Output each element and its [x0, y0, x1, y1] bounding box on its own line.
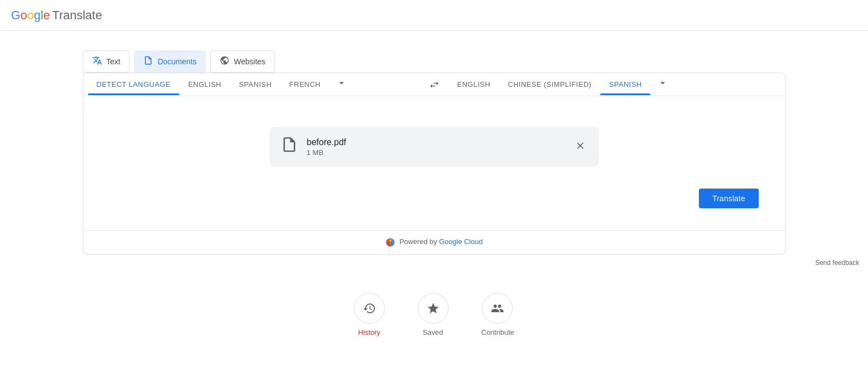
lang-chinese-target[interactable]: CHINESE (SIMPLIFIED): [499, 74, 600, 95]
translator-box: DETECT LANGUAGE ENGLISH SPANISH FRENCH E…: [83, 73, 786, 255]
logo-google-text: Google: [11, 8, 50, 23]
contribute-label: Contribute: [481, 328, 514, 336]
mode-tabs-wrapper: Text Documents Websites: [83, 42, 786, 73]
source-language-section: DETECT LANGUAGE ENGLISH SPANISH FRENCH: [83, 73, 424, 96]
file-name: before.pdf: [307, 137, 564, 147]
lang-detect[interactable]: DETECT LANGUAGE: [88, 74, 180, 95]
google-translate-logo[interactable]: Google Translate: [11, 8, 102, 23]
file-card: before.pdf 1 MB: [270, 127, 599, 167]
header: Google Translate: [0, 0, 868, 31]
tab-text-label: Text: [107, 57, 121, 66]
send-feedback: Send feedback: [0, 255, 868, 271]
tab-text[interactable]: Text: [83, 51, 130, 73]
contribute-button[interactable]: Contribute: [481, 293, 514, 336]
language-bar: DETECT LANGUAGE ENGLISH SPANISH FRENCH E…: [83, 73, 785, 96]
file-remove-button[interactable]: [573, 138, 588, 156]
send-feedback-text[interactable]: Send feedback: [815, 259, 859, 267]
saved-icon-circle: [418, 293, 449, 324]
lang-spanish-source[interactable]: SPANISH: [230, 74, 281, 95]
history-icon-circle: [354, 293, 385, 324]
powered-by-prefix: Powered by: [399, 237, 439, 246]
contribute-icon-circle: [482, 293, 513, 324]
history-button[interactable]: History: [354, 293, 385, 336]
saved-button[interactable]: Saved: [418, 293, 449, 336]
powered-by: Powered by Google Cloud: [83, 230, 785, 254]
globe-icon: [220, 56, 229, 68]
file-size: 1 MB: [307, 148, 564, 157]
tab-documents-label: Documents: [158, 57, 197, 66]
target-language-section: ENGLISH CHINESE (SIMPLIFIED) SPANISH: [444, 73, 785, 96]
translate-icon: [92, 56, 102, 68]
source-lang-dropdown[interactable]: [329, 73, 354, 96]
bottom-actions: History Saved Contribute: [354, 293, 514, 336]
translate-button[interactable]: Translate: [699, 189, 758, 208]
mode-tabs: Text Documents Websites: [83, 51, 275, 73]
google-cloud-link[interactable]: Google Cloud: [439, 237, 483, 246]
lang-english-target[interactable]: ENGLISH: [449, 74, 500, 95]
center-wrapper: Text Documents Websites: [0, 42, 868, 336]
lang-french-source[interactable]: FRENCH: [281, 74, 329, 95]
saved-label: Saved: [423, 328, 443, 336]
tab-documents[interactable]: Documents: [134, 51, 206, 73]
history-label: History: [358, 328, 380, 336]
file-info: before.pdf 1 MB: [307, 137, 564, 157]
swap-languages-button[interactable]: [424, 75, 444, 95]
main: Text Documents Websites: [0, 31, 868, 347]
content-area: before.pdf 1 MB Translate: [83, 96, 785, 230]
translate-button-wrapper: Translate: [97, 189, 772, 222]
lang-spanish-target[interactable]: SPANISH: [600, 74, 651, 95]
tab-websites[interactable]: Websites: [210, 51, 275, 73]
document-icon: [143, 56, 153, 68]
file-type-icon: [281, 136, 298, 158]
lang-english-source[interactable]: ENGLISH: [180, 74, 231, 95]
logo-translate-text: Translate: [52, 8, 102, 23]
target-lang-dropdown[interactable]: [651, 73, 675, 96]
tab-websites-label: Websites: [234, 57, 265, 66]
